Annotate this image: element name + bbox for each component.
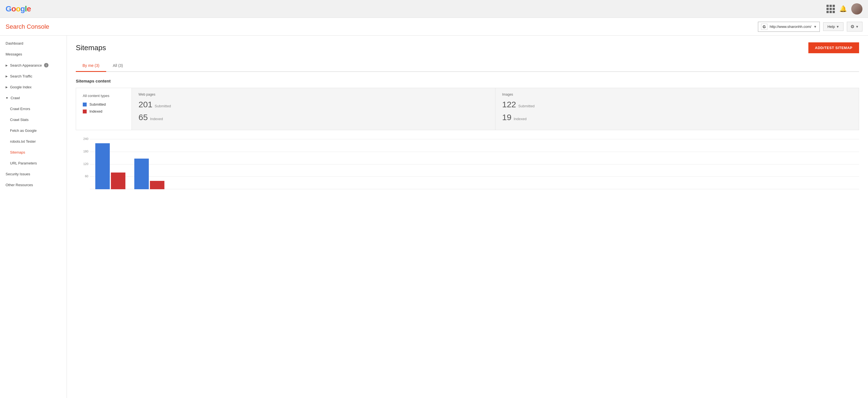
header-controls: G http://www.sharonhh.com/ ▼ Help ▼ ⚙ ▼ <box>758 22 862 32</box>
web-pages-submitted-label: Submitted <box>155 104 171 108</box>
bar-red-1 <box>111 173 125 189</box>
sidebar-item-messages[interactable]: Messages <box>0 49 67 60</box>
submitted-legend-label: Submitted <box>89 102 106 106</box>
main-content: Sitemaps ADD/TEST SITEMAP By me (3) All … <box>67 36 868 398</box>
robots-txt-tester-label: robots.txt Tester <box>10 140 36 144</box>
indexed-legend-label: Indexed <box>89 109 102 114</box>
all-content-types-panel: All content types Submitted Indexed <box>76 88 132 130</box>
crawl-triangle-icon: ▼ <box>6 96 8 99</box>
layout: Dashboard Messages ▶ Search Appearance i… <box>0 36 868 398</box>
web-pages-section: Web pages 201 Submitted 65 Indexed <box>132 88 495 130</box>
url-parameters-label: URL Parameters <box>10 161 37 165</box>
legend-submitted: Submitted <box>83 102 125 106</box>
images-type-label: Images <box>502 93 852 96</box>
grid-label-60: 60 <box>77 175 88 178</box>
avatar-image <box>851 3 862 14</box>
settings-arrow: ▼ <box>856 25 859 29</box>
bar-blue-1 <box>95 143 110 189</box>
grid-dot <box>830 11 832 13</box>
bar-group-2 <box>134 159 164 189</box>
web-pages-submitted-count: 201 <box>138 100 152 109</box>
images-indexed-label: Indexed <box>514 117 526 121</box>
bar-blue-2 <box>134 159 149 189</box>
page-title: Sitemaps <box>76 43 106 52</box>
logo-e: e <box>27 4 31 13</box>
add-test-sitemap-button[interactable]: ADD/TEST SITEMAP <box>808 42 859 53</box>
logo-g: G <box>6 4 11 13</box>
web-pages-indexed-count: 65 <box>138 113 148 122</box>
web-pages-type-label: Web pages <box>138 93 489 96</box>
bar-group-1 <box>95 143 125 189</box>
images-submitted-row: 122 Submitted <box>502 100 852 109</box>
grid-dot <box>827 11 829 13</box>
logo-l: l <box>25 4 27 13</box>
help-button[interactable]: Help ▼ <box>823 22 843 31</box>
images-submitted-count: 122 <box>502 100 516 109</box>
images-submitted-label: Submitted <box>518 104 535 108</box>
search-appearance-triangle-icon: ▶ <box>6 64 8 67</box>
grid-dot <box>827 8 829 10</box>
help-arrow: ▼ <box>836 25 839 29</box>
avatar[interactable] <box>851 3 862 14</box>
web-pages-submitted-row: 201 Submitted <box>138 100 489 109</box>
gear-icon: ⚙ <box>850 24 854 29</box>
grid-label-120: 120 <box>77 162 88 165</box>
submitted-swatch <box>83 102 87 106</box>
top-bar: Google 🔔 <box>0 0 868 18</box>
grid-dot <box>830 8 832 10</box>
logo-o2: o <box>16 4 20 13</box>
sidebar-item-robots-txt-tester[interactable]: robots.txt Tester <box>0 136 67 147</box>
sidebar-item-sitemaps[interactable]: Sitemaps <box>0 147 67 158</box>
grid-dot <box>830 5 832 7</box>
sidebar-item-search-traffic[interactable]: ▶ Search Traffic <box>0 71 67 82</box>
sidebar-item-dashboard[interactable]: Dashboard <box>0 38 67 49</box>
grid-label-240: 240 <box>77 137 88 141</box>
sidebar-item-other-resources[interactable]: Other Resources <box>0 180 67 190</box>
sidebar-item-crawl-errors[interactable]: Crawl Errors <box>0 103 67 114</box>
logo-g2: g <box>20 4 25 13</box>
sidebar-item-crawl-stats[interactable]: Crawl Stats <box>0 114 67 125</box>
search-traffic-triangle-icon: ▶ <box>6 75 8 78</box>
apps-grid-icon[interactable] <box>827 5 835 13</box>
images-indexed-count: 19 <box>502 113 511 122</box>
sidebar-item-fetch-as-google[interactable]: Fetch as Google <box>0 125 67 136</box>
help-label: Help <box>827 25 835 29</box>
logo-o1: o <box>11 4 16 13</box>
sitemaps-content-label: Sitemaps content <box>76 79 859 83</box>
grid-dot <box>833 5 835 7</box>
sidebar-item-search-appearance[interactable]: ▶ Search Appearance i <box>0 60 67 71</box>
site-url: http://www.sharonhh.com/ <box>770 25 811 29</box>
chart-bars <box>90 139 859 189</box>
google-logo: Google <box>6 4 31 13</box>
google-index-label: Google Index <box>10 85 31 89</box>
search-appearance-info-icon[interactable]: i <box>44 63 49 67</box>
sidebar-item-crawl[interactable]: ▼ Crawl <box>0 93 67 103</box>
crawl-errors-label: Crawl Errors <box>10 107 30 111</box>
search-traffic-label: Search Traffic <box>10 74 32 78</box>
fetch-as-google-label: Fetch as Google <box>10 128 36 133</box>
sidebar-item-url-parameters[interactable]: URL Parameters <box>0 158 67 169</box>
grid-dot <box>833 11 835 13</box>
page-title-row: Sitemaps ADD/TEST SITEMAP <box>76 42 859 53</box>
site-selector[interactable]: G http://www.sharonhh.com/ ▼ <box>758 22 820 32</box>
site-g-logo: G <box>761 24 767 30</box>
all-content-types-label: All content types <box>83 94 125 98</box>
grid-label-180: 180 <box>77 150 88 153</box>
sidebar-item-security-issues[interactable]: Security Issues <box>0 169 67 180</box>
sitemaps-content-box: All content types Submitted Indexed Web … <box>76 88 859 130</box>
site-selector-arrow: ▼ <box>814 25 817 29</box>
search-console-title: Search Console <box>6 23 49 30</box>
tab-all[interactable]: All (3) <box>106 60 130 72</box>
bar-red-2 <box>150 181 164 189</box>
tab-by-me[interactable]: By me (3) <box>76 60 106 72</box>
notifications-bell-icon[interactable]: 🔔 <box>839 5 847 12</box>
tabs-bar: By me (3) All (3) <box>76 60 859 72</box>
google-index-triangle-icon: ▶ <box>6 86 8 89</box>
security-issues-label: Security Issues <box>6 172 30 176</box>
indexed-swatch <box>83 110 87 114</box>
app-header: Search Console G http://www.sharonhh.com… <box>0 18 868 36</box>
settings-button[interactable]: ⚙ ▼ <box>847 22 862 31</box>
sidebar-item-google-index[interactable]: ▶ Google Index <box>0 82 67 93</box>
sidebar: Dashboard Messages ▶ Search Appearance i… <box>0 36 67 398</box>
grid-dot <box>833 8 835 10</box>
